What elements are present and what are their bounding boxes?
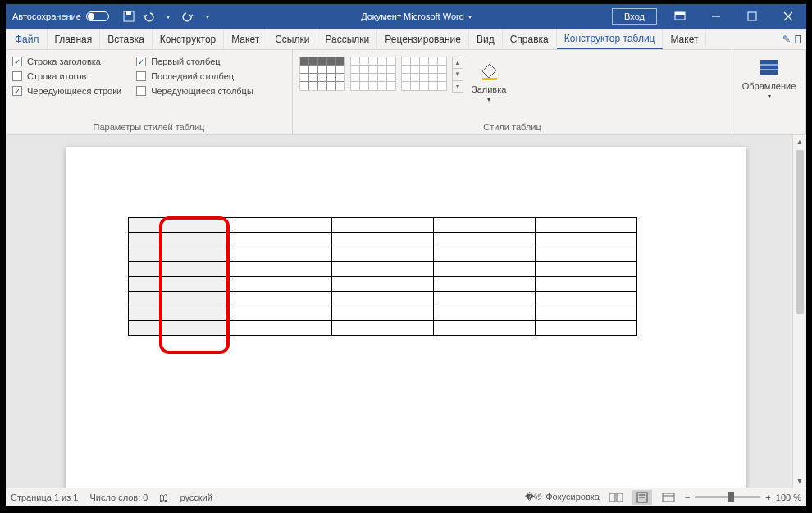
chevron-down-icon[interactable]: ▾ — [160, 8, 176, 25]
chk-banded-cols[interactable]: Чередующиеся столбцы — [136, 86, 253, 96]
window-controls — [662, 4, 806, 29]
tab-file[interactable]: Файл — [7, 29, 48, 49]
zoom-slider[interactable] — [695, 496, 760, 498]
autosave-toggle[interactable]: Автосохранение — [6, 11, 116, 21]
tab-design[interactable]: Конструктор — [153, 29, 224, 49]
tab-table-design[interactable]: Конструктор таблиц — [557, 29, 664, 49]
zoom-control[interactable]: − + 100 % — [685, 493, 801, 502]
document-title: Документ Microsoft Word ▾ — [221, 11, 612, 21]
close-icon[interactable] — [770, 4, 806, 29]
tab-home[interactable]: Главная — [48, 29, 101, 49]
tab-layout[interactable]: Макет — [224, 29, 267, 49]
group-label: Параметры стилей таблиц — [12, 120, 285, 134]
title-bar: Автосохранение ▾ ▾ Документ Microsoft Wo… — [6, 4, 806, 29]
borders-button[interactable]: Обрамление▾ — [739, 53, 800, 120]
page[interactable] — [66, 147, 746, 488]
tab-mailings[interactable]: Рассылки — [317, 29, 377, 49]
tab-insert[interactable]: Вставка — [100, 29, 153, 49]
ribbon-group-table-styles: ▲▼▾ Заливка▾ Стили таблиц — [293, 50, 732, 134]
zoom-in-icon[interactable]: + — [765, 493, 770, 502]
tab-references[interactable]: Ссылки — [267, 29, 317, 49]
svg-rect-1 — [126, 11, 131, 15]
svg-rect-12 — [609, 493, 615, 502]
focus-mode[interactable]: �〄 Фокусировка — [525, 492, 600, 502]
scroll-down-icon[interactable]: ▼ — [793, 474, 806, 488]
vertical-scrollbar[interactable]: ▲ ▼ — [792, 135, 806, 488]
ribbon-options-icon[interactable] — [662, 4, 698, 29]
document-area: ▲ ▼ — [6, 135, 806, 488]
zoom-out-icon[interactable]: − — [685, 493, 690, 502]
minimize-icon[interactable] — [698, 4, 734, 29]
chevron-down-icon[interactable]: ▾ — [199, 8, 216, 25]
bucket-icon — [477, 58, 501, 83]
quick-access-toolbar: ▾ ▾ — [116, 8, 221, 25]
svg-rect-17 — [663, 493, 674, 502]
tab-table-layout[interactable]: Макет — [663, 29, 706, 49]
save-icon[interactable] — [121, 8, 137, 25]
svg-rect-8 — [482, 78, 497, 80]
share-icon: ✎ — [782, 34, 791, 45]
group-label: Стили таблиц — [299, 120, 725, 134]
redo-icon[interactable] — [180, 8, 196, 25]
table-style-thumb[interactable] — [299, 57, 345, 91]
chk-last-col[interactable]: Последний столбец — [136, 71, 253, 81]
svg-rect-5 — [748, 12, 756, 20]
status-words[interactable]: Число слов: 0 — [89, 493, 148, 502]
undo-icon[interactable] — [140, 8, 157, 25]
view-web-icon[interactable] — [659, 490, 678, 505]
login-button[interactable]: Вход — [612, 8, 657, 25]
toggle-icon — [86, 11, 109, 21]
status-bar: Страница 1 из 1 Число слов: 0 🕮 русский … — [6, 488, 806, 506]
app-window: Автосохранение ▾ ▾ Документ Microsoft Wo… — [6, 4, 806, 506]
shading-button[interactable]: Заливка▾ — [468, 57, 509, 103]
tab-review[interactable]: Рецензирование — [377, 29, 469, 49]
scroll-up-icon[interactable]: ▲ — [793, 135, 806, 148]
autosave-label: Автосохранение — [12, 11, 81, 21]
ribbon: ✓Строка заголовка Строка итогов ✓Чередую… — [6, 50, 806, 135]
status-page[interactable]: Страница 1 из 1 — [11, 493, 78, 502]
document-table[interactable] — [128, 217, 637, 336]
ribbon-group-style-options: ✓Строка заголовка Строка итогов ✓Чередую… — [6, 50, 293, 134]
svg-rect-3 — [675, 12, 685, 15]
svg-rect-9 — [760, 60, 778, 75]
table-style-thumb[interactable] — [350, 57, 396, 91]
chk-header-row[interactable]: ✓Строка заголовка — [12, 57, 121, 66]
tab-help[interactable]: Справка — [503, 29, 557, 49]
borders-icon — [757, 55, 782, 79]
style-gallery-expand[interactable]: ▲▼▾ — [452, 57, 463, 93]
maximize-icon[interactable] — [734, 4, 770, 29]
view-read-icon[interactable] — [606, 490, 626, 505]
tab-view[interactable]: Вид — [469, 29, 503, 49]
chk-first-col[interactable]: ✓Первый столбец — [136, 57, 253, 66]
chk-banded-rows[interactable]: ✓Чередующиеся строки — [12, 86, 121, 96]
share-button[interactable]: ✎П — [778, 29, 806, 49]
view-print-icon[interactable] — [632, 490, 652, 505]
scroll-thumb[interactable] — [796, 150, 804, 314]
svg-rect-13 — [617, 493, 623, 502]
chevron-down-icon[interactable]: ▾ — [468, 13, 472, 20]
menu-tabs: Файл Главная Вставка Конструктор Макет С… — [6, 29, 806, 50]
proofing-icon[interactable]: 🕮 — [159, 493, 168, 502]
zoom-value[interactable]: 100 % — [776, 493, 801, 502]
table-style-thumb[interactable] — [401, 57, 447, 91]
status-language[interactable]: русский — [180, 493, 212, 502]
ribbon-group-borders: Обрамление▾ — [732, 50, 806, 134]
chk-total-row[interactable]: Строка итогов — [12, 71, 121, 81]
